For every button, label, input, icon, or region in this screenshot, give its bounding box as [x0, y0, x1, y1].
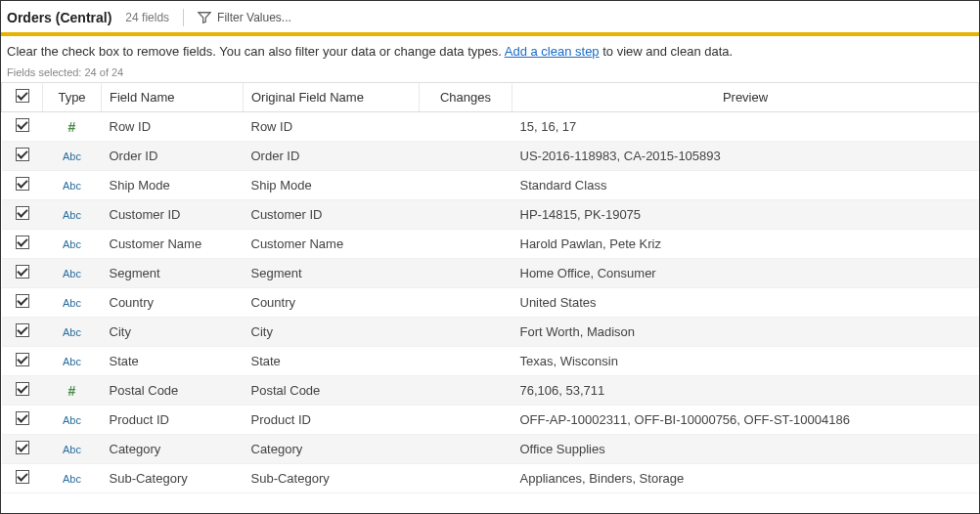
row-checkbox[interactable] — [16, 294, 29, 308]
header-bar: Orders (Central) 24 fields Filter Values… — [1, 1, 979, 36]
table-row: AbcCustomer IDCustomer IDHP-14815, PK-19… — [2, 200, 979, 230]
string-type-icon[interactable]: Abc — [61, 356, 84, 367]
changes-cell — [420, 230, 512, 259]
table-row: AbcShip ModeShip ModeStandard Class — [2, 171, 979, 200]
preview-cell: 76,106, 53,711 — [512, 376, 979, 406]
original-field-name-cell: Ship Mode — [244, 171, 420, 200]
changes-cell — [420, 171, 512, 200]
field-name-cell[interactable]: Order ID — [102, 142, 244, 171]
table-row: AbcCategoryCategoryOffice Supplies — [2, 435, 979, 464]
header-original-field-name[interactable]: Original Field Name — [244, 83, 420, 112]
changes-cell — [420, 464, 512, 493]
field-name-cell[interactable]: Customer ID — [102, 200, 244, 230]
table-row: AbcCityCityFort Worth, Madison — [2, 318, 979, 347]
field-name-cell[interactable]: City — [102, 318, 244, 347]
string-type-icon[interactable]: Abc — [61, 326, 84, 338]
row-checkbox[interactable] — [16, 148, 29, 161]
row-checkbox[interactable] — [16, 236, 29, 249]
row-checkbox[interactable] — [16, 177, 29, 191]
row-checkbox[interactable] — [16, 411, 29, 425]
changes-cell — [420, 288, 512, 318]
field-name-cell[interactable]: Sub-Category — [102, 464, 244, 493]
row-checkbox[interactable] — [16, 441, 29, 454]
changes-cell — [420, 112, 512, 142]
string-type-icon[interactable]: Abc — [61, 473, 84, 485]
string-type-icon[interactable]: Abc — [61, 180, 84, 192]
select-all-checkbox[interactable] — [16, 89, 29, 103]
hint-suffix: to view and clean data. — [600, 44, 734, 59]
changes-cell — [420, 406, 512, 435]
row-checkbox[interactable] — [16, 118, 29, 132]
row-checkbox[interactable] — [16, 470, 29, 484]
preview-cell: Home Office, Consumer — [512, 259, 979, 288]
string-type-icon[interactable]: Abc — [61, 297, 84, 309]
row-checkbox[interactable] — [16, 323, 29, 337]
header-field-name[interactable]: Field Name — [102, 83, 244, 112]
original-field-name-cell: Category — [244, 435, 420, 464]
changes-cell — [420, 347, 512, 376]
header-checkbox-cell — [2, 83, 43, 112]
separator — [183, 9, 184, 26]
preview-cell: 15, 16, 17 — [512, 112, 979, 142]
field-name-cell[interactable]: Product ID — [102, 406, 244, 435]
row-checkbox[interactable] — [16, 382, 29, 396]
changes-cell — [420, 259, 512, 288]
changes-cell — [420, 318, 512, 347]
table-row: AbcSegmentSegmentHome Office, Consumer — [2, 259, 979, 288]
original-field-name-cell: Segment — [244, 259, 420, 288]
preview-cell: US-2016-118983, CA-2015-105893 — [512, 142, 979, 171]
filter-values-label: Filter Values... — [217, 11, 291, 24]
table-row: AbcCountryCountryUnited States — [2, 288, 979, 318]
table-header-row: Type Field Name Original Field Name Chan… — [2, 83, 979, 112]
header-changes[interactable]: Changes — [420, 83, 512, 112]
field-name-cell[interactable]: Country — [102, 288, 244, 318]
original-field-name-cell: Postal Code — [244, 376, 420, 406]
string-type-icon[interactable]: Abc — [61, 238, 84, 250]
field-name-cell[interactable]: Ship Mode — [102, 171, 244, 200]
changes-cell — [420, 376, 512, 406]
number-type-icon[interactable]: # — [61, 383, 84, 399]
table-row: AbcSub-CategorySub-CategoryAppliances, B… — [2, 464, 979, 493]
field-name-cell[interactable]: Row ID — [102, 112, 244, 142]
changes-cell — [420, 142, 512, 171]
original-field-name-cell: Customer Name — [244, 230, 420, 259]
changes-cell — [420, 435, 512, 464]
row-checkbox[interactable] — [16, 265, 29, 278]
add-clean-step-link[interactable]: Add a clean step — [505, 44, 600, 59]
preview-cell: HP-14815, PK-19075 — [512, 200, 979, 230]
filter-values-button[interactable]: Filter Values... — [198, 11, 291, 24]
string-type-icon[interactable]: Abc — [61, 444, 84, 455]
page-title: Orders (Central) — [7, 10, 111, 25]
original-field-name-cell: Customer ID — [244, 200, 420, 230]
string-type-icon[interactable]: Abc — [61, 268, 84, 279]
original-field-name-cell: City — [244, 318, 420, 347]
fields-table: Type Field Name Original Field Name Chan… — [1, 82, 979, 493]
field-name-cell[interactable]: State — [102, 347, 244, 376]
string-type-icon[interactable]: Abc — [61, 150, 84, 162]
field-name-cell[interactable]: Customer Name — [102, 230, 244, 259]
string-type-icon[interactable]: Abc — [61, 209, 84, 221]
row-checkbox[interactable] — [16, 353, 29, 366]
preview-cell: Office Supplies — [512, 435, 979, 464]
field-name-cell[interactable]: Postal Code — [102, 376, 244, 406]
field-name-cell[interactable]: Segment — [102, 259, 244, 288]
string-type-icon[interactable]: Abc — [61, 414, 84, 426]
number-type-icon[interactable]: # — [61, 119, 84, 135]
table-row: AbcOrder IDOrder IDUS-2016-118983, CA-20… — [2, 142, 979, 171]
table-row: #Row IDRow ID15, 16, 17 — [2, 112, 979, 142]
original-field-name-cell: Sub-Category — [244, 464, 420, 493]
field-name-cell[interactable]: Category — [102, 435, 244, 464]
fields-selected-label: Fields selected: 24 of 24 — [1, 66, 979, 82]
preview-cell: Standard Class — [512, 171, 979, 200]
changes-cell — [420, 200, 512, 230]
header-type[interactable]: Type — [43, 83, 102, 112]
preview-cell: Appliances, Binders, Storage — [512, 464, 979, 493]
table-row: AbcProduct IDProduct IDOFF-AP-10002311, … — [2, 406, 979, 435]
table-row: AbcStateStateTexas, Wisconsin — [2, 347, 979, 376]
preview-cell: Harold Pawlan, Pete Kriz — [512, 230, 979, 259]
original-field-name-cell: Country — [244, 288, 420, 318]
row-checkbox[interactable] — [16, 206, 29, 220]
original-field-name-cell: Row ID — [244, 112, 420, 142]
header-preview[interactable]: Preview — [512, 83, 979, 112]
table-row: AbcCustomer NameCustomer NameHarold Pawl… — [2, 230, 979, 259]
